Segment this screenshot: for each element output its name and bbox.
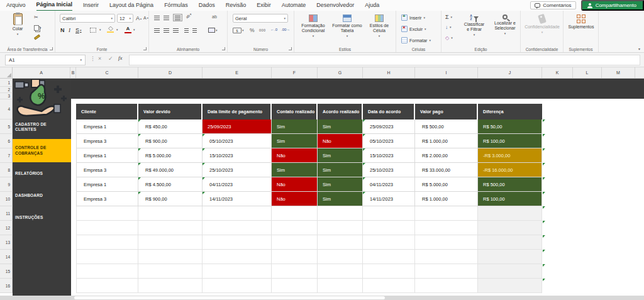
empty-cell[interactable]	[138, 279, 203, 293]
table-header-valor-pago[interactable]: Valor pago	[415, 104, 478, 119]
empty-cell[interactable]	[203, 250, 272, 264]
name-box[interactable]: A1 ▾	[5, 55, 86, 65]
row-header[interactable]: 11	[0, 206, 13, 221]
empty-cell[interactable]	[415, 250, 478, 264]
table-header-data-acordo[interactable]: Data do acordo	[363, 104, 415, 119]
font-size-select[interactable]: 12▾	[117, 14, 133, 23]
table-cell[interactable]: R$ 900,00	[138, 134, 203, 148]
empty-cell[interactable]	[478, 235, 542, 250]
empty-cell[interactable]	[363, 221, 415, 235]
empty-cell[interactable]	[478, 250, 542, 264]
clear-button[interactable]: ◇▾	[445, 35, 453, 41]
sidebar-item-dashboard[interactable]: DASHBOARD	[13, 190, 71, 201]
empty-cell[interactable]	[272, 250, 318, 264]
empty-cell[interactable]	[203, 235, 272, 250]
font-color-button[interactable]: A	[125, 26, 131, 33]
empty-cell[interactable]	[318, 250, 363, 264]
empty-cell[interactable]	[363, 235, 415, 250]
font-name-select[interactable]: Calibri▾	[60, 14, 115, 23]
empty-cell[interactable]	[203, 264, 272, 279]
empty-cell[interactable]	[203, 206, 272, 221]
enter-icon[interactable]: ✓	[108, 55, 113, 62]
table-header-diferenca[interactable]: Diferença	[478, 104, 542, 119]
empty-cell[interactable]	[478, 221, 542, 235]
row-header[interactable]: 6	[0, 134, 13, 148]
table-cell[interactable]: -R$ 3.000,00	[478, 148, 542, 163]
empty-cell[interactable]	[318, 221, 363, 235]
fill-color-button[interactable]	[107, 26, 114, 33]
column-header-a[interactable]: A	[13, 67, 70, 78]
empty-cell[interactable]	[318, 279, 363, 293]
select-all-corner[interactable]	[0, 67, 13, 78]
delete-cells-button[interactable]: Excluir▾	[401, 26, 426, 32]
tab-formulas[interactable]: Fórmulas	[164, 0, 188, 11]
empty-cell[interactable]	[478, 264, 542, 279]
table-cell[interactable]: 25/10/2023	[203, 163, 272, 177]
empty-cell[interactable]	[272, 264, 318, 279]
row-header[interactable]: 7	[0, 148, 13, 163]
table-header-valor-devido[interactable]: Valor devido	[138, 104, 203, 119]
table-cell[interactable]: Sim	[318, 192, 363, 206]
row-header[interactable]: 9	[0, 177, 13, 192]
table-cell[interactable]: 25/10/2023	[363, 163, 415, 177]
table-cell[interactable]: Não	[272, 192, 318, 206]
column-header-b[interactable]: B	[70, 67, 76, 78]
bold-button[interactable]: N	[60, 27, 65, 33]
empty-cell[interactable]	[318, 264, 363, 279]
table-cell[interactable]: R$ 4.500,00	[138, 177, 203, 192]
sidebar-item-relatorios[interactable]: RELATÓRIOS	[13, 168, 71, 179]
empty-cell[interactable]	[415, 206, 478, 221]
tab-arquivo[interactable]: Arquivo	[6, 0, 26, 11]
sort-filter-button[interactable]: AZ Classificare Filtrar ▾	[459, 14, 489, 36]
table-cell[interactable]: Sim	[318, 148, 363, 163]
align-center-button[interactable]	[164, 28, 169, 33]
table-cell[interactable]: 14/11/2023	[363, 192, 415, 206]
row-header[interactable]: 4	[0, 99, 13, 119]
empty-cell[interactable]	[76, 279, 138, 293]
table-cell[interactable]: Empresa 3	[76, 163, 138, 177]
table-cell[interactable]: R$ 1.000,00	[415, 134, 478, 148]
insert-cells-button[interactable]: Inserir▾	[401, 14, 425, 21]
table-cell[interactable]: Sim	[318, 177, 363, 192]
empty-cell[interactable]	[138, 235, 203, 250]
empty-cell[interactable]	[138, 206, 203, 221]
bottom-scrollbar-thumb[interactable]	[74, 296, 385, 299]
wrap-text-button[interactable]: ab	[212, 14, 217, 19]
table-cell[interactable]: Sim	[318, 119, 363, 134]
table-cell[interactable]: 14/11/2023	[203, 192, 272, 206]
table-cell[interactable]: 04/11/2023	[363, 177, 415, 192]
tab-pagina-inicial[interactable]: Página Inicial	[36, 0, 73, 11]
table-header-cliente[interactable]: Cliente	[76, 104, 138, 119]
tab-layout-da-pagina[interactable]: Layout da Página	[109, 0, 153, 11]
tab-ajuda[interactable]: Ajuda	[365, 0, 379, 11]
empty-cell[interactable]	[76, 221, 138, 235]
column-header-g[interactable]: G	[318, 67, 363, 78]
empty-cell[interactable]	[363, 264, 415, 279]
table-cell[interactable]: Empresa 1	[76, 177, 138, 192]
empty-cell[interactable]	[138, 250, 203, 264]
dialog-launcher-icon[interactable]	[222, 47, 225, 50]
increase-decimal-button[interactable]: ←.0	[270, 28, 277, 31]
empty-cell[interactable]	[478, 279, 542, 293]
orientation-button[interactable]: ab▾	[185, 12, 192, 19]
table-cell[interactable]: R$ 49.000,00	[138, 163, 203, 177]
align-middle-button[interactable]	[164, 16, 169, 20]
row-header[interactable]: 5	[0, 119, 13, 134]
empty-cell[interactable]	[76, 264, 138, 279]
fill-color-chevron[interactable]: ▾	[116, 28, 118, 31]
table-cell[interactable]: Sim	[272, 163, 318, 177]
align-left-button[interactable]	[154, 28, 160, 33]
comma-style-button[interactable]: 000	[259, 28, 266, 32]
table-cell[interactable]: 05/10/2023	[203, 134, 272, 148]
empty-cell[interactable]	[415, 279, 478, 293]
column-header-d[interactable]: D	[138, 67, 203, 78]
merge-center-button[interactable]: ▾	[208, 28, 218, 33]
fill-button[interactable]: ↓▾	[445, 25, 452, 30]
tab-automate[interactable]: Automate	[282, 0, 306, 11]
table-cell[interactable]: R$ 100,00	[478, 192, 542, 206]
empty-cell[interactable]	[363, 250, 415, 264]
tab-inserir[interactable]: Inserir	[83, 0, 99, 11]
column-header-e[interactable]: E	[203, 67, 272, 78]
table-cell[interactable]: Empresa 1	[76, 148, 138, 163]
dialog-launcher-icon[interactable]	[143, 47, 147, 50]
